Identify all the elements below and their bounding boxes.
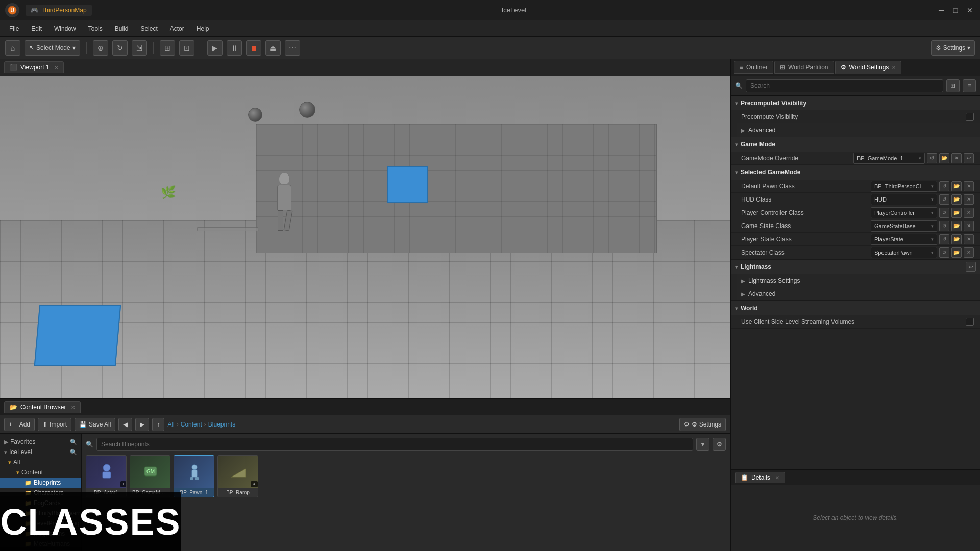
sidebar-favorites-search-icon[interactable]: 🔍 [70, 439, 77, 445]
ws-precomputed-visibility-header[interactable]: ▾ Precomputed Visibility [731, 96, 980, 110]
ws-default-pawn-clear-button[interactable]: ✕ [964, 181, 974, 191]
ws-precompute-visibility-checkbox[interactable] [966, 113, 974, 121]
cb-nav-back-button[interactable]: ◀ [118, 418, 132, 431]
project-name-tab[interactable]: 🎮 ThirdPersonMap [26, 5, 92, 16]
ws-game-state-browse-button[interactable]: 📂 [951, 221, 962, 231]
menu-build[interactable]: Build [110, 23, 134, 34]
ws-default-pawn-reset-button[interactable]: ↺ [939, 181, 949, 191]
menu-tools[interactable]: Tools [83, 23, 108, 34]
asset-bp-pawn1[interactable]: BP_Pawn_1 [174, 455, 214, 497]
toolbar-snap-button[interactable]: ⊞ [160, 40, 175, 56]
world-settings-tab[interactable]: ⚙ World Settings ✕ [835, 61, 902, 74]
cb-filter-options-button[interactable]: ⚙ [713, 438, 726, 451]
toolbar-scale-button[interactable]: ⇲ [132, 40, 147, 56]
ws-player-controller-reset-button[interactable]: ↺ [939, 208, 949, 218]
sidebar-icelevel-search-icon[interactable]: 🔍 [70, 449, 77, 456]
details-tab-close-icon[interactable]: ✕ [775, 475, 779, 481]
sidebar-icelevel[interactable]: ▾ IceLevel 🔍 [0, 447, 81, 457]
world-partition-tab[interactable]: ⊞ World Partition [774, 61, 834, 74]
select-mode-button[interactable]: ↖ Select Mode ▾ [24, 40, 80, 56]
pause-button[interactable]: ⏸ [227, 40, 242, 56]
ws-hud-class-dropdown[interactable]: HUD ▾ [871, 194, 937, 205]
ws-gamemode-override-dropdown[interactable]: BP_GameMode_1 ▾ [853, 153, 925, 164]
minimize-button[interactable]: ─ [936, 5, 946, 15]
ws-hud-class-clear-button[interactable]: ✕ [964, 194, 974, 205]
ws-hud-class-reset-button[interactable]: ↺ [939, 194, 949, 205]
ws-player-state-dropdown[interactable]: PlayerState ▾ [871, 234, 937, 245]
menu-window[interactable]: Window [49, 23, 81, 34]
ws-spectator-reset-button[interactable]: ↺ [939, 247, 949, 258]
details-tab[interactable]: 📋 Details ✕ [735, 472, 785, 483]
world-settings-tab-close-icon[interactable]: ✕ [892, 65, 896, 70]
viewport-tab-1[interactable]: ⬛ Viewport 1 ✕ [4, 61, 64, 73]
ws-player-controller-clear-button[interactable]: ✕ [964, 208, 974, 218]
cb-add-button[interactable]: + + Add [4, 418, 35, 431]
sidebar-all[interactable]: ▾ All [0, 457, 81, 467]
ws-spectator-clear-button[interactable]: ✕ [964, 247, 974, 258]
ws-selected-gamemode-header[interactable]: ▾ Selected GameMode [731, 165, 980, 180]
ws-spectator-browse-button[interactable]: 📂 [951, 247, 962, 258]
ws-game-mode-header[interactable]: ▾ Game Mode [731, 137, 980, 152]
ws-game-state-reset-button[interactable]: ↺ [939, 221, 949, 231]
ws-lightmass-advanced-header[interactable]: ▶ Advanced [737, 287, 980, 300]
ws-player-state-reset-button[interactable]: ↺ [939, 234, 949, 244]
cb-import-button[interactable]: ⬆ Import [38, 418, 71, 431]
sidebar-blueprints-main[interactable]: 📁 Blueprints [0, 478, 81, 488]
content-browser-tab[interactable]: 📂 Content Browser ✕ [4, 401, 81, 413]
cb-search-input[interactable] [96, 438, 693, 451]
ws-game-state-clear-button[interactable]: ✕ [964, 221, 974, 231]
play-button[interactable]: ▶ [207, 40, 223, 56]
ws-spectator-dropdown[interactable]: SpectatorPawn ▾ [871, 247, 937, 258]
menu-help[interactable]: Help [191, 23, 214, 34]
ws-lightmass-settings-header[interactable]: ▶ Lightmass Settings [737, 274, 980, 287]
outliner-search-input[interactable] [746, 79, 943, 92]
asset-bp-gamemode[interactable]: GM BP_GameMode_1 [130, 455, 170, 497]
maximize-button[interactable]: □ [950, 5, 961, 15]
ws-default-pawn-dropdown[interactable]: BP_ThirdPersonCl ▾ [871, 181, 937, 192]
close-button[interactable]: ✕ [965, 5, 975, 15]
menu-edit[interactable]: Edit [26, 23, 47, 34]
cb-breadcrumb-all[interactable]: All [167, 421, 174, 428]
ws-player-state-clear-button[interactable]: ✕ [964, 234, 974, 244]
outliner-list-view-button[interactable]: ≡ [963, 79, 976, 92]
eject-button[interactable]: ⏏ [265, 40, 281, 56]
viewport-canvas[interactable]: ▶ Shift+F1 for Mouse Cursor [0, 76, 730, 398]
cb-nav-forward-button[interactable]: ▶ [135, 418, 149, 431]
ws-player-controller-dropdown[interactable]: PlayerController ▾ [871, 207, 937, 218]
toolbar-rotate-button[interactable]: ↻ [112, 40, 128, 56]
cb-save-all-button[interactable]: 💾 Save All [75, 418, 115, 431]
ws-gamemode-override-reset-button[interactable]: ↺ [927, 153, 937, 163]
more-options-button[interactable]: ⋯ [285, 40, 300, 56]
outliner-grid-view-button[interactable]: ⊞ [946, 79, 960, 92]
ws-client-streaming-checkbox[interactable] [966, 318, 974, 326]
ws-gamemode-override-extra-button[interactable]: ↩ [964, 153, 974, 163]
ws-lightmass-revert-icon[interactable]: ↩ [966, 262, 976, 272]
ws-player-state-browse-button[interactable]: 📂 [951, 234, 962, 244]
ws-gamemode-override-clear-button[interactable]: ✕ [951, 153, 962, 163]
menu-select[interactable]: Select [135, 23, 162, 34]
cb-tab-close-icon[interactable]: ✕ [71, 405, 75, 410]
ws-player-controller-browse-button[interactable]: 📂 [951, 208, 962, 218]
stop-button[interactable]: ⏹ [246, 40, 261, 56]
ws-hud-class-browse-button[interactable]: 📂 [951, 194, 962, 205]
sidebar-content[interactable]: ▾ Content [0, 467, 81, 478]
ws-lightmass-revert-button[interactable]: ↩ [966, 262, 976, 272]
ws-precomputed-advanced-header[interactable]: ▶ Advanced [737, 123, 980, 137]
sidebar-favorites[interactable]: ▶ Favorites 🔍 [0, 437, 81, 447]
asset-bp-actor1[interactable]: + BP_Actor1 [86, 455, 127, 497]
menu-actor[interactable]: Actor [165, 23, 189, 34]
cb-filter-button[interactable]: ▼ [696, 438, 709, 451]
ws-default-pawn-browse-button[interactable]: 📂 [951, 181, 962, 191]
cb-breadcrumb-blueprints[interactable]: Blueprints [208, 421, 235, 428]
cb-nav-up-button[interactable]: ↑ [152, 418, 164, 431]
asset-bp-ramp[interactable]: ✦ BP_Ramp [217, 455, 258, 497]
cb-breadcrumb-content[interactable]: Content [181, 421, 202, 428]
toolbar-grid-button[interactable]: ⊡ [179, 40, 194, 56]
ws-game-state-dropdown[interactable]: GameStateBase ▾ [871, 220, 937, 232]
outliner-tab[interactable]: ≡ Outliner [734, 61, 773, 74]
ws-lightmass-header[interactable]: ▾ Lightmass ↩ [731, 260, 980, 274]
ws-gamemode-override-browse-button[interactable]: 📂 [939, 153, 949, 163]
toolbar-home-button[interactable]: ⌂ [5, 40, 20, 56]
toolbar-transform-button[interactable]: ⊕ [93, 40, 108, 56]
cb-settings-button[interactable]: ⚙ ⚙ Settings [679, 418, 726, 431]
